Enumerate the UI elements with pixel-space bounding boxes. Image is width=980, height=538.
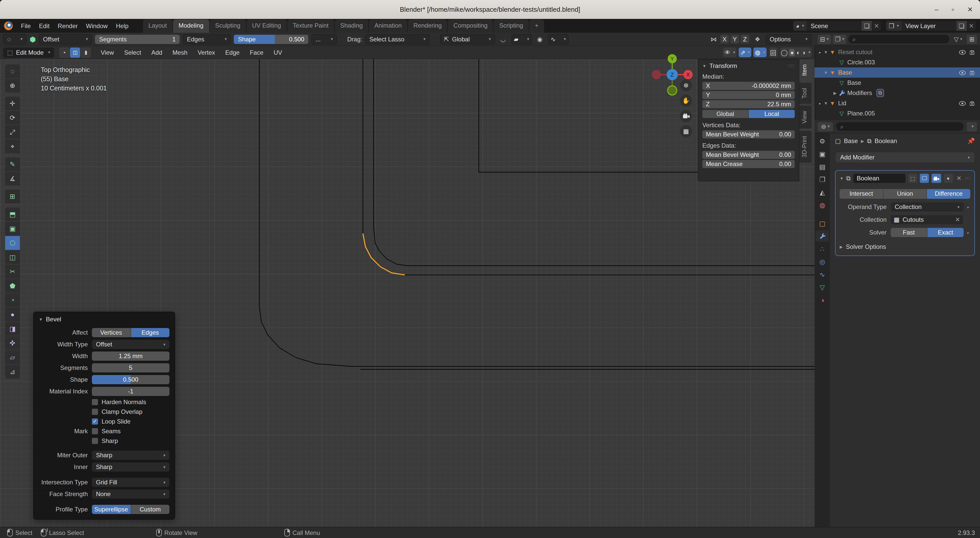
modifier-drag-handle[interactable]: ∷∷: [965, 176, 970, 180]
scene-copy-button[interactable]: ❏: [862, 21, 872, 31]
shape-slider[interactable]: Shape0.500: [234, 35, 308, 44]
transform-panel-header[interactable]: ▼ Transform ∷∷: [702, 62, 795, 69]
affect-option-edges[interactable]: Edges: [131, 328, 169, 337]
properties-tab-physics[interactable]: ◎: [816, 256, 829, 267]
realtime-display-toggle[interactable]: 🖵: [920, 174, 929, 183]
orthographic-toggle-button[interactable]: ▦: [680, 125, 692, 137]
poly-build-tool-button[interactable]: ⬟: [5, 279, 20, 293]
disable-in-renders-toggle[interactable]: [970, 100, 976, 107]
scale-tool-button[interactable]: ⤢: [5, 125, 20, 139]
median-x-field[interactable]: X-0.000002 mm: [702, 82, 795, 90]
close-button[interactable]: ✕: [967, 6, 973, 13]
face-strength-select[interactable]: None▾: [92, 490, 169, 499]
miter-inner-select[interactable]: Sharp▾: [92, 462, 169, 472]
gizmos-toggle[interactable]: ⇗▾: [738, 48, 751, 57]
vertex-select-mode-button[interactable]: ▪: [59, 47, 70, 57]
segments-field[interactable]: 5: [92, 363, 169, 372]
transform-tool-button[interactable]: ⌖: [5, 139, 20, 153]
overlays-toggle[interactable]: ◍▾: [754, 48, 767, 57]
modifier-extras-dropdown[interactable]: ▾: [943, 174, 953, 183]
width-type-select[interactable]: Offset▾: [92, 340, 169, 349]
miter-outer-select[interactable]: Sharp▾: [92, 451, 169, 460]
loop-cut-tool-button[interactable]: ◫: [5, 251, 20, 264]
properties-tab-modifiers[interactable]: [816, 230, 829, 242]
mean-crease-field[interactable]: Mean Crease0.00: [702, 160, 795, 168]
scene-name[interactable]: Scene: [807, 22, 862, 29]
knife-tool-button[interactable]: ✂: [5, 265, 20, 278]
workspace-tab-texture-paint[interactable]: Texture Paint: [287, 19, 334, 33]
mirror-x-button[interactable]: X: [720, 35, 729, 43]
mark-seams-checkbox[interactable]: Seams: [92, 428, 169, 435]
edit-mode-display-toggle[interactable]: ⬚: [908, 174, 917, 183]
loop-slide-checkbox[interactable]: ✓Loop Slide: [92, 418, 169, 425]
expand-toggle[interactable]: ▼: [823, 50, 829, 54]
workspace-tab-uv-editing[interactable]: UV Editing: [247, 19, 286, 33]
minimize-button[interactable]: –: [935, 6, 939, 13]
smooth-tool-button[interactable]: ●: [5, 308, 20, 321]
maximize-button[interactable]: ▫: [952, 6, 954, 13]
affect-dropdown[interactable]: Edges▾: [183, 34, 231, 44]
properties-tab-view-layer[interactable]: ❐: [816, 174, 829, 185]
boolean-op-difference[interactable]: Difference: [927, 189, 970, 199]
bevel-panel-header[interactable]: ▼Bevel: [39, 316, 169, 323]
sidebar-tab-3d-print[interactable]: 3D-Print: [799, 131, 811, 163]
profile-option-custom[interactable]: Custom: [131, 505, 169, 514]
outliner-row-circle-003[interactable]: ▽Circle.003: [815, 57, 980, 67]
rendered-shading-button[interactable]: ◑: [802, 49, 805, 56]
view-layer-copy-button[interactable]: ❏: [956, 21, 967, 31]
hide-in-viewport-toggle[interactable]: [959, 100, 966, 107]
menu-edit[interactable]: Edit: [35, 21, 54, 30]
mode-dropdown[interactable]: ⬚Edit Mode▾: [3, 47, 54, 57]
workspace-tab-shading[interactable]: Shading: [334, 19, 368, 33]
properties-tab-object-data[interactable]: ▽: [816, 281, 829, 293]
outliner-filter-id-dropdown[interactable]: ❐▾: [833, 35, 846, 44]
expand-toggle[interactable]: ▼: [823, 101, 829, 105]
solver-option-fast[interactable]: Fast: [891, 228, 928, 237]
xray-toggle[interactable]: 回: [769, 48, 778, 57]
proportional-falloff-dropdown[interactable]: ∿▾: [548, 34, 568, 44]
disable-in-renders-toggle[interactable]: [970, 69, 976, 76]
workspace-tab-scripting[interactable]: Scripting: [493, 19, 528, 33]
edge-slide-tool-button[interactable]: ◨: [5, 322, 20, 336]
menu-help[interactable]: Help: [112, 21, 132, 30]
annotate-tool-button[interactable]: ✎: [5, 157, 20, 171]
expand-toggle[interactable]: ▶: [832, 91, 838, 95]
disable-in-renders-toggle[interactable]: [970, 48, 976, 56]
properties-options-dropdown[interactable]: ▾: [967, 122, 977, 131]
outliner-row-lid[interactable]: ●▼▼Lid: [815, 98, 980, 108]
workspace-tab-layout[interactable]: Layout: [143, 19, 172, 33]
pin-icon[interactable]: 📌: [967, 137, 975, 145]
expand-toggle[interactable]: ▼: [823, 70, 829, 75]
scene-selector[interactable]: ◕▾ Scene ❏ ✕: [793, 21, 881, 31]
solver-option-exact[interactable]: Exact: [928, 228, 964, 237]
breadcrumb-modifier[interactable]: Boolean: [875, 137, 897, 145]
extrude-region-tool-button[interactable]: ⬒: [5, 208, 20, 221]
viewport-menu-vertex[interactable]: Vertex: [193, 48, 220, 57]
sidebar-tab-view[interactable]: View: [799, 106, 811, 129]
mark-sharp-checkbox[interactable]: Sharp: [92, 437, 169, 444]
hide-in-viewport-toggle[interactable]: [959, 48, 966, 56]
scene-unlink-button[interactable]: ✕: [872, 22, 881, 29]
outliner-row-reset-cutout[interactable]: ●▼▼Reset cutout: [815, 47, 980, 57]
collapse-icon[interactable]: ▼: [702, 64, 706, 68]
edge-bevel-weight-field[interactable]: Mean Bevel Weight0.00: [702, 151, 795, 159]
new-collection-button[interactable]: ⊞: [967, 35, 977, 44]
properties-tab-render[interactable]: ▣: [816, 148, 829, 160]
shading-dropdown[interactable]: ▾: [808, 50, 811, 55]
median-z-field[interactable]: Z22.5 mm: [702, 100, 795, 108]
workspace-tab-compositing[interactable]: Compositing: [448, 19, 493, 33]
proportional-editing-toggle[interactable]: ◉: [535, 35, 545, 44]
measure-tool-button[interactable]: ∡: [5, 172, 20, 185]
edge-select-mode-button[interactable]: ◫: [70, 47, 80, 57]
panel-drag-handle[interactable]: ∷∷: [788, 63, 795, 69]
select-lasso-tool-button[interactable]: ◌: [5, 64, 20, 78]
shear-tool-button[interactable]: ▱: [5, 351, 20, 364]
shape-slider[interactable]: 0.500: [92, 375, 169, 384]
orientation-dropdown[interactable]: ⇱Global▾: [440, 34, 495, 44]
camera-view-button[interactable]: [680, 110, 692, 122]
clamp-overlap-checkbox[interactable]: Clamp Overlap: [92, 408, 169, 415]
workspace-tab-rendering[interactable]: Rendering: [408, 19, 447, 33]
rotate-tool-button[interactable]: ⟳: [5, 111, 20, 125]
snap-toggle[interactable]: ◡: [498, 35, 508, 44]
breadcrumb-object[interactable]: Base: [844, 137, 858, 145]
